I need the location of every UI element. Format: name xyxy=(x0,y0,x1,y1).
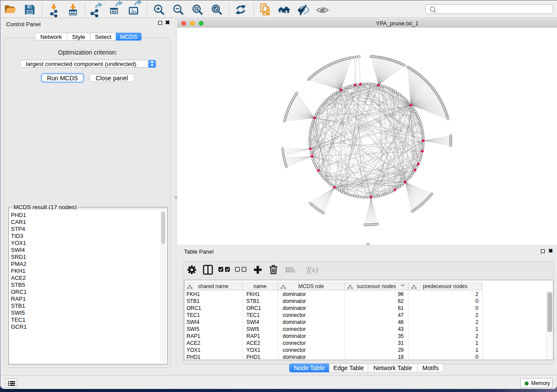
svg-text:f(x): f(x) xyxy=(307,265,318,275)
